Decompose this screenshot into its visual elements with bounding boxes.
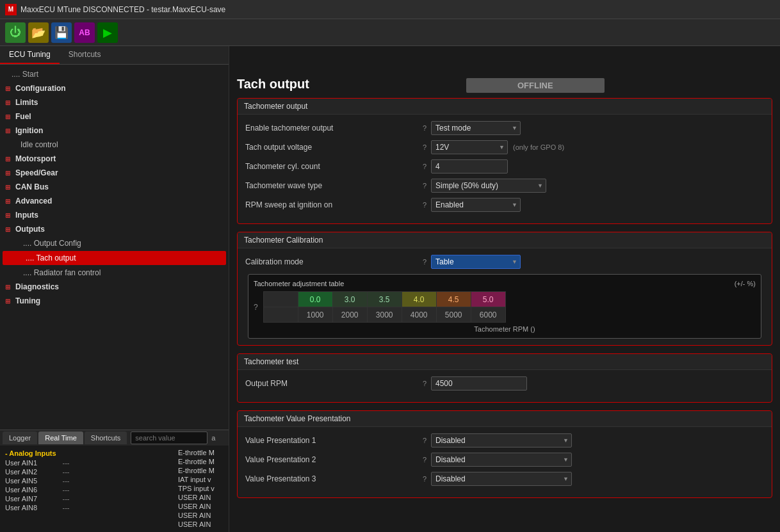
list-item: USER AIN [178, 520, 223, 529]
help-icon[interactable]: ? [418, 182, 431, 189]
field-label: Value Presentation 1 [245, 436, 418, 445]
field-calibration-mode: Calibration mode ? Table [245, 255, 764, 269]
rpm-sweep-dropdown[interactable]: Enabled Disabled [431, 198, 521, 212]
play-button[interactable]: ▶ [97, 22, 118, 43]
table-cell[interactable]: 4.5 [436, 292, 471, 307]
sidebar-item-advanced[interactable]: ⊞ Advanced [0, 194, 229, 208]
ab-button[interactable]: AB [74, 22, 95, 43]
help-icon[interactable]: ? [418, 163, 431, 170]
rpm-axis-label: Tachometer RPM () [254, 325, 756, 333]
tab-shortcuts[interactable]: Shortcuts [60, 46, 110, 64]
list-item: USER AIN [178, 502, 223, 511]
expander-icon: ⊞ [5, 113, 13, 120]
help-icon[interactable]: ? [418, 380, 431, 387]
sidebar-item-ignition[interactable]: ⊞ Ignition [0, 124, 229, 138]
help-icon[interactable]: ? [418, 437, 431, 444]
offline-bar: OFFLINE [466, 78, 605, 93]
list-item: E-throttle M [178, 448, 223, 457]
list-item: User AIN5 --- [5, 476, 168, 485]
sidebar-item-label: Inputs [15, 211, 38, 220]
output-rpm-input[interactable] [431, 376, 527, 391]
main-layout: ECU Tuning Shortcuts .... Start ⊞ Config… [0, 46, 780, 532]
help-icon[interactable]: ? [418, 143, 431, 151]
table-cell: 2000 [332, 307, 367, 323]
sidebar-item-speed-gear[interactable]: ⊞ Speed/Gear [0, 166, 229, 180]
tab-shortcuts-bottom[interactable]: Shortcuts [85, 431, 127, 444]
section-tachometer-calibration: Tachometer Calibration Calibration mode … [237, 232, 772, 346]
bottom-content: - Analog Inputs User AIN1 --- User AIN2 … [0, 446, 229, 529]
sidebar-item-inputs[interactable]: ⊞ Inputs [0, 208, 229, 222]
help-icon[interactable]: ? [418, 456, 431, 463]
sidebar-item-tuning[interactable]: ⊞ Tuning [0, 294, 229, 308]
field-control: Disabled [431, 453, 764, 467]
table-cell[interactable]: 4.0 [402, 292, 436, 307]
calibration-mode-dropdown[interactable]: Table [431, 255, 521, 269]
field-value-presentation-2: Value Presentation 2 ? Disabled [245, 453, 764, 467]
sidebar-item-output-config[interactable]: .... Output Config [0, 236, 229, 250]
sidebar-item-label: Tuning [15, 296, 40, 305]
enable-tach-dropdown[interactable]: Test mode Disabled Enabled [431, 121, 521, 135]
table-cell[interactable]: 5.0 [471, 292, 505, 307]
field-label: Tach output voltage [245, 143, 418, 152]
tab-logger[interactable]: Logger [3, 431, 37, 444]
field-label: Calibration mode [245, 257, 418, 266]
sidebar: ECU Tuning Shortcuts .... Start ⊞ Config… [0, 46, 229, 532]
value-presentation-2-dropdown[interactable]: Disabled [431, 453, 572, 467]
sidebar-item-label: Speed/Gear [15, 168, 58, 177]
tab-realtime[interactable]: Real Time [38, 431, 83, 444]
expander-icon: ⊞ [5, 184, 13, 191]
help-icon[interactable]: ? [418, 201, 431, 209]
sidebar-item-fuel[interactable]: ⊞ Fuel [0, 109, 229, 124]
field-label: Tachometer cyl. count [245, 162, 418, 171]
connect-button[interactable]: ⏻ [5, 22, 26, 43]
table-cell: 4000 [402, 307, 436, 323]
field-cyl-count: Tachometer cyl. count ? [245, 159, 764, 173]
list-item: IAT input v [178, 475, 223, 484]
wave-type-dropdown[interactable]: Simple (50% duty) Complex [431, 179, 546, 193]
voltage-dropdown[interactable]: 12V 5V [431, 140, 508, 154]
help-icon[interactable]: ? [418, 124, 431, 132]
value-presentation-1-dropdown[interactable]: Disabled [431, 433, 572, 447]
app-logo: M [5, 4, 17, 15]
section-header: Tachometer Calibration [238, 232, 772, 248]
tab-ecu-tuning[interactable]: ECU Tuning [0, 46, 60, 64]
calibration-table: 0.0 3.0 3.5 4.0 4.5 5.0 1000 2000 [263, 291, 506, 323]
dropdown-wrapper: Simple (50% duty) Complex [431, 179, 546, 193]
table-cell[interactable]: 0.0 [298, 292, 332, 307]
sidebar-item-can-bus[interactable]: ⊞ CAN Bus [0, 180, 229, 194]
dropdown-wrapper: Table [431, 255, 521, 269]
help-icon[interactable]: ? [418, 258, 431, 266]
sidebar-item-start[interactable]: .... Start [0, 67, 229, 81]
sidebar-item-motorsport[interactable]: ⊞ Motorsport [0, 152, 229, 166]
sidebar-item-idle-control[interactable]: Idle control [0, 138, 229, 152]
sidebar-item-outputs[interactable]: ⊞ Outputs [0, 222, 229, 236]
expander-icon: ⊞ [5, 127, 13, 134]
field-label: RPM sweep at ignition on [245, 200, 418, 209]
table-cell[interactable] [263, 292, 298, 307]
help-icon[interactable]: ? [418, 475, 431, 483]
field-control: Disabled [431, 433, 764, 447]
cal-table-title: Tachometer adjustment table (+/- %) [254, 280, 756, 287]
cal-help-icon[interactable]: ? [254, 303, 258, 312]
section-value-presentation: Tachometer Value Presentation Value Pres… [237, 410, 772, 498]
toolbar: ⏻ 📂 💾 AB ▶ [0, 19, 780, 46]
expander-icon: ⊞ [5, 156, 13, 163]
sidebar-item-limits[interactable]: ⊞ Limits [0, 95, 229, 109]
sidebar-item-diagnostics[interactable]: ⊞ Diagnostics [0, 280, 229, 294]
dropdown-wrapper: Disabled [431, 472, 572, 486]
sidebar-item-radiator-fan[interactable]: .... Radiator fan control [0, 266, 229, 280]
table-cell[interactable]: 3.0 [332, 292, 367, 307]
search-input[interactable] [131, 431, 207, 444]
table-cell[interactable]: 3.5 [367, 292, 402, 307]
cyl-count-input[interactable] [431, 159, 508, 173]
dropdown-wrapper: 12V 5V [431, 140, 508, 154]
section-body: Enable tachometer output ? Test mode Dis… [238, 115, 772, 223]
sidebar-item-configuration[interactable]: ⊞ Configuration [0, 81, 229, 95]
list-item: User AIN8 --- [5, 503, 168, 512]
value-presentation-3-dropdown[interactable]: Disabled [431, 472, 572, 486]
save-button[interactable]: 💾 [51, 22, 72, 43]
field-rpm-sweep: RPM sweep at ignition on ? Enabled Disab… [245, 198, 764, 212]
sidebar-item-tach-output[interactable]: .... Tach output [3, 251, 226, 265]
open-button[interactable]: 📂 [28, 22, 49, 43]
sidebar-item-label: Diagnostics [15, 282, 59, 291]
